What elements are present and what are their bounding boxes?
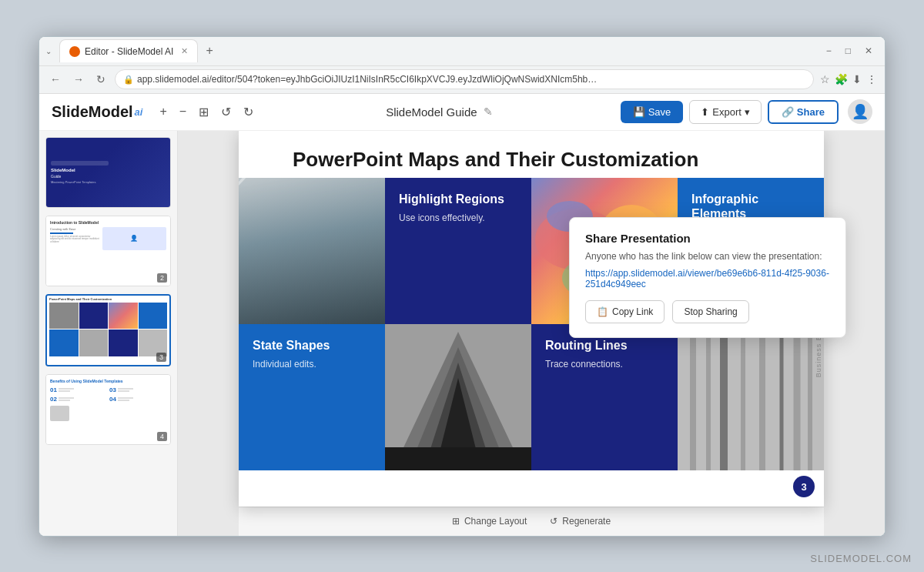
slide-thumb-4[interactable]: Benefits of Using SlideModel Templates 0… <box>45 374 171 445</box>
regenerate-icon: ↺ <box>550 516 557 527</box>
extensions-icon[interactable]: 🧩 <box>835 73 848 85</box>
browser-window: ⌄ Editor - SlideModel AI ✕ + − □ ✕ ← → ↻… <box>38 36 886 537</box>
redo-btn[interactable]: ↻ <box>239 102 258 122</box>
tab-favicon <box>69 46 80 57</box>
forward-btn[interactable]: → <box>70 72 87 87</box>
share-button[interactable]: 🔗 Share <box>768 100 839 124</box>
close-btn[interactable]: ✕ <box>859 44 879 58</box>
slide-panel: SlideModel Guide Mastering PowerPoint Te… <box>39 131 178 536</box>
logo: SlideModel ai <box>52 103 142 121</box>
canvas-area: PowerPoint Maps and Their Customization <box>178 131 885 536</box>
share-icon: 🔗 <box>782 106 794 118</box>
save-icon: 💾 <box>633 106 645 118</box>
change-layout-btn[interactable]: ⊞ Change Layout <box>452 516 527 527</box>
tab-bar: Editor - SlideModel AI ✕ + <box>59 39 815 62</box>
editor-toolbar: SlideModel ai + − ⊞ ↺ ↻ SlideModel Guide… <box>39 94 885 131</box>
add-btn[interactable]: + <box>155 102 171 122</box>
editor-main: SlideModel Guide Mastering PowerPoint Te… <box>39 131 885 536</box>
presentation-title: SlideModel Guide <box>386 105 477 119</box>
grid-cell-1 <box>239 178 385 324</box>
new-tab-btn[interactable]: + <box>201 44 217 58</box>
cell-2-title: Highlight Regions <box>399 192 517 206</box>
address-bar[interactable]: 🔒 app.slidemodel.ai/editor/504?token=eyJ… <box>115 69 814 89</box>
cell-5-title: State Shapes <box>253 338 371 353</box>
slide-thumb-1[interactable]: SlideModel Guide Mastering PowerPoint Te… <box>45 137 171 208</box>
address-text: app.slidemodel.ai/editor/504?token=eyJhb… <box>137 74 599 85</box>
svg-line-4 <box>239 178 339 324</box>
stop-sharing-btn[interactable]: Stop Sharing <box>672 300 748 323</box>
cell-5-sub: Individual edits. <box>253 359 371 370</box>
svg-line-3 <box>239 178 277 324</box>
share-popup-desc: Anyone who has the link below can view t… <box>585 251 830 262</box>
logo-text: SlideModel <box>52 103 133 121</box>
tab-title: Editor - SlideModel AI <box>85 46 173 57</box>
save-label: Save <box>648 106 671 118</box>
grid-cell-2: Highlight Regions Use icons effectively. <box>385 178 531 324</box>
maximize-btn[interactable]: □ <box>839 44 857 58</box>
regenerate-label: Regenerate <box>562 516 611 527</box>
regenerate-btn[interactable]: ↺ Regenerate <box>550 516 611 527</box>
slide-4-badge: 4 <box>157 432 167 441</box>
presentation-title-area: SlideModel Guide ✎ <box>267 105 611 119</box>
share-label: Share <box>797 106 825 118</box>
tab-chevron[interactable]: ⌄ <box>45 47 52 55</box>
cell-7-sub: Trace connections. <box>545 359 664 370</box>
copy-link-btn[interactable]: 📋 Copy Link <box>585 300 665 323</box>
window-controls: − □ ✕ <box>820 44 879 58</box>
grid-btn[interactable]: ⊞ <box>194 102 213 122</box>
export-icon: ⬆ <box>701 106 709 118</box>
cell-2-sub: Use icons effectively. <box>399 212 517 223</box>
address-bar-row: ← → ↻ 🔒 app.slidemodel.ai/editor/504?tok… <box>39 66 885 94</box>
grid-cell-7: Routing Lines Trace connections. <box>531 324 678 470</box>
back-btn[interactable]: ← <box>47 72 64 87</box>
slide-3-badge: 3 <box>156 353 166 362</box>
slide-thumb-2[interactable]: Introduction to SlideModel 👤 Creating wi… <box>45 216 171 286</box>
download-icon[interactable]: ⬇ <box>852 73 862 85</box>
browser-toolbar-icons: ☆ 🧩 ⬇ ⋮ <box>820 73 877 85</box>
grid-cell-8 <box>678 324 824 470</box>
copy-icon: 📋 <box>597 306 608 317</box>
share-popup: Share Presentation Anyone who has the li… <box>569 217 846 338</box>
logo-ai: ai <box>135 106 143 118</box>
minimize-btn[interactable]: − <box>820 44 838 58</box>
export-button[interactable]: ⬆ Export ▾ <box>689 100 762 124</box>
svg-line-5 <box>239 178 385 324</box>
share-popup-title: Share Presentation <box>585 232 830 245</box>
menu-icon[interactable]: ⋮ <box>866 73 877 85</box>
lock-icon: 🔒 <box>123 75 134 85</box>
editor-actions: 💾 Save ⬆ Export ▾ 🔗 Share 👤 <box>621 99 872 124</box>
user-avatar[interactable]: 👤 <box>848 99 872 124</box>
active-tab[interactable]: Editor - SlideModel AI ✕ <box>59 39 198 62</box>
tab-close-btn[interactable]: ✕ <box>181 46 188 56</box>
export-chevron: ▾ <box>745 106 750 118</box>
chrome-tab-bar: ⌄ Editor - SlideModel AI ✕ + − □ ✕ <box>39 37 885 66</box>
remove-btn[interactable]: − <box>175 102 191 122</box>
share-actions: 📋 Copy Link Stop Sharing <box>585 300 830 323</box>
change-layout-label: Change Layout <box>464 516 527 527</box>
refresh-btn[interactable]: ↻ <box>93 72 109 87</box>
watermark: SLIDEMODEL.COM <box>810 553 912 564</box>
editor-tools: + − ⊞ ↺ ↻ <box>155 102 258 122</box>
bottom-toolbar: ⊞ Change Layout ↺ Regenerate <box>239 507 824 535</box>
copy-link-label: Copy Link <box>612 306 653 317</box>
edit-title-icon[interactable]: ✎ <box>484 105 493 118</box>
slide-2-badge: 2 <box>157 273 167 283</box>
slide-number-badge: 3 <box>793 476 815 497</box>
save-button[interactable]: 💾 Save <box>621 101 684 123</box>
svg-rect-16 <box>385 447 531 470</box>
grid-cell-6 <box>385 324 531 470</box>
undo-btn[interactable]: ↺ <box>216 102 236 122</box>
bookmark-icon[interactable]: ☆ <box>820 73 830 85</box>
cell-7-title: Routing Lines <box>545 338 664 353</box>
svg-rect-17 <box>678 324 824 470</box>
stop-sharing-label: Stop Sharing <box>684 306 737 317</box>
export-label: Export <box>712 106 742 118</box>
grid-cell-5: State Shapes Individual edits. <box>239 324 385 470</box>
avatar-icon: 👤 <box>852 103 869 120</box>
share-link[interactable]: https://app.slidemodel.ai/viewer/be69e6b… <box>585 268 830 289</box>
slide-thumb-3[interactable]: PowerPoint Maps and Their Customization … <box>45 294 171 366</box>
change-layout-icon: ⊞ <box>452 516 460 527</box>
